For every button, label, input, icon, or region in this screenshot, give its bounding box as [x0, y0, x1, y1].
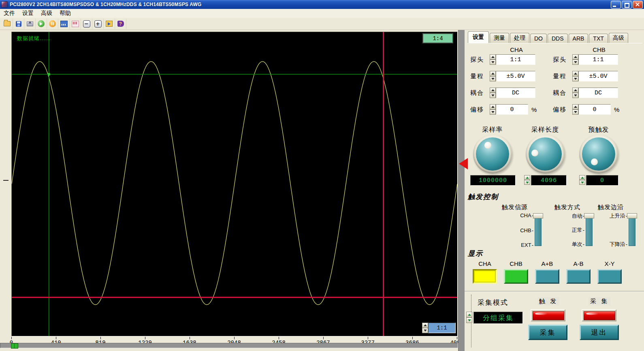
chb-probe-spinner[interactable]	[572, 54, 578, 65]
acquire-button[interactable]: 采集	[528, 325, 567, 340]
x-tick	[145, 337, 145, 339]
cha-range-value[interactable]: ±5.0V	[496, 71, 535, 81]
cha-offset-value[interactable]: 0	[496, 104, 528, 115]
trigger-level-arrow[interactable]	[459, 158, 468, 169]
trigger-option-下降沿[interactable]: 下降沿	[610, 241, 627, 248]
chb-offset-spinner[interactable]	[572, 104, 578, 115]
menu-bar: 文件 设置 高级 帮助	[0, 9, 644, 18]
cha-coupling-value[interactable]: DC	[496, 88, 535, 98]
chb-coupling-value[interactable]: DC	[578, 88, 618, 98]
tab-TXT[interactable]: TXT	[589, 34, 608, 43]
close-button[interactable]	[633, 1, 643, 9]
cha-coupling-spinner[interactable]	[490, 88, 496, 98]
sample-length-knob[interactable]	[526, 135, 565, 173]
run-button[interactable]	[36, 19, 47, 29]
export-icon	[106, 21, 113, 27]
trigger-option-自动[interactable]: 自动	[572, 212, 584, 220]
app-icon	[1, 1, 8, 8]
chb-offset-value[interactable]: 0	[578, 104, 611, 115]
tab-测量[interactable]: 测量	[490, 33, 509, 43]
cha-probe-spinner[interactable]	[490, 54, 496, 65]
horizontal-scale-spinner[interactable]	[422, 323, 428, 333]
menu-settings[interactable]: 设置	[19, 9, 37, 18]
help-button[interactable]: ?	[115, 19, 126, 29]
waveform-plot[interactable]: 数据就绪...... 1:4 1:1	[11, 32, 458, 336]
trigger-edge-slider[interactable]	[629, 214, 635, 246]
horizontal-scrollbar[interactable]	[0, 343, 458, 348]
trigger-edge-handle[interactable]	[627, 213, 637, 218]
chb-coupling-spinner[interactable]	[572, 88, 578, 98]
export-button[interactable]	[104, 19, 115, 29]
app-window: PCI2800V2 2CH14BITS80MSPSDSO & 1CH20MHzD…	[0, 0, 644, 351]
display-button-A+B[interactable]	[535, 269, 559, 284]
sample-rate-knob[interactable]	[473, 135, 512, 173]
save-file-button[interactable]	[13, 19, 24, 29]
open-file-icon	[4, 21, 11, 26]
x-tick	[56, 337, 56, 339]
trigger-option-CHB[interactable]: CHB	[520, 227, 533, 233]
vertical-scale-indicator[interactable]: 1:4	[422, 33, 453, 43]
zoom-in-icon: +	[94, 20, 102, 28]
trigger-option-单次[interactable]: 单次	[572, 241, 584, 248]
scope-display-icon	[60, 21, 68, 27]
pretrigger-control: 预触发 0	[579, 126, 618, 186]
trigger-option-正常[interactable]: 正常	[572, 227, 584, 234]
tab-DO[interactable]: DO	[530, 34, 547, 43]
display-button-label: A+B	[535, 260, 559, 269]
trigger-option-CHA[interactable]: CHA	[520, 212, 533, 218]
acquisition-mode-spinner[interactable]	[466, 312, 472, 323]
trigger-mode-title: 触发方式	[542, 203, 593, 212]
chb-range-spinner[interactable]	[572, 71, 578, 81]
range-label: 量程	[470, 73, 490, 80]
pretrigger-spinner[interactable]	[579, 175, 585, 185]
trigger-source-handle[interactable]	[533, 213, 543, 218]
tab-设置[interactable]: 设置	[468, 31, 489, 43]
sample-length-value: 4096	[531, 175, 567, 186]
display-button-label: A-B	[566, 260, 591, 269]
sample-length-spinner[interactable]	[524, 175, 530, 185]
upload-icon	[27, 21, 33, 26]
tab-DDS[interactable]: DDS	[548, 34, 568, 43]
exit-button[interactable]: 退出	[580, 325, 619, 340]
display-button-A-B[interactable]	[566, 269, 591, 284]
trigger-source-slider[interactable]	[535, 214, 542, 246]
trigger-mode-group: 触发方式 自动正常单次	[542, 203, 593, 248]
chb-range-value[interactable]: ±5.0V	[578, 71, 618, 81]
pause-icon	[49, 20, 56, 27]
display-button-label: CHA	[473, 260, 497, 269]
cha-offset-spinner[interactable]	[490, 104, 496, 115]
cursor-intersection-marker[interactable]	[48, 73, 50, 75]
menu-file[interactable]: 文件	[0, 9, 19, 18]
trigger-option-EXT[interactable]: EXT	[521, 242, 533, 248]
trigger-option-上升沿[interactable]: 上升沿	[610, 212, 627, 220]
maximize-button[interactable]	[622, 1, 632, 9]
pause-button[interactable]	[47, 19, 58, 29]
tab-ARB[interactable]: ARB	[569, 34, 589, 43]
help-icon: ?	[117, 21, 124, 27]
tab-高级[interactable]: 高级	[609, 33, 628, 43]
menu-help[interactable]: 帮助	[56, 9, 75, 18]
scrollbar-thumb[interactable]	[11, 343, 18, 349]
pretrigger-knob[interactable]	[579, 135, 618, 173]
display-button-CHB[interactable]	[504, 269, 528, 284]
window-title: PCI2800V2 2CH14BITS80MSPSDSO & 1CH20MHzD…	[10, 2, 202, 7]
toolbar: − + ?	[0, 18, 644, 30]
zoom-in-button[interactable]: +	[92, 19, 104, 29]
tab-处理[interactable]: 处理	[510, 33, 529, 43]
menu-advanced[interactable]: 高级	[37, 9, 56, 18]
plot-workspace: 数据就绪...... 1:4 1:1 041081912291638204824…	[0, 30, 458, 351]
cha-range-spinner[interactable]	[490, 71, 496, 81]
zoom-out-button[interactable]: −	[81, 19, 92, 29]
waveform-settings-button[interactable]	[70, 19, 81, 29]
display-settings-button[interactable]	[58, 19, 70, 29]
display-buttons: CHACHBA+BA-BX-Y	[473, 260, 622, 284]
minimize-button[interactable]	[611, 1, 621, 9]
cha-probe-value[interactable]: 1:1	[496, 54, 535, 65]
acquisition-mode-value: 分组采集	[473, 312, 523, 324]
chb-probe-value[interactable]: 1:1	[578, 54, 618, 65]
horizontal-scale-indicator[interactable]: 1:1	[428, 323, 456, 333]
display-button-CHA[interactable]	[473, 269, 497, 284]
display-button-X-Y[interactable]	[597, 269, 622, 284]
upload-button[interactable]	[24, 19, 36, 29]
open-file-button[interactable]	[2, 19, 13, 29]
